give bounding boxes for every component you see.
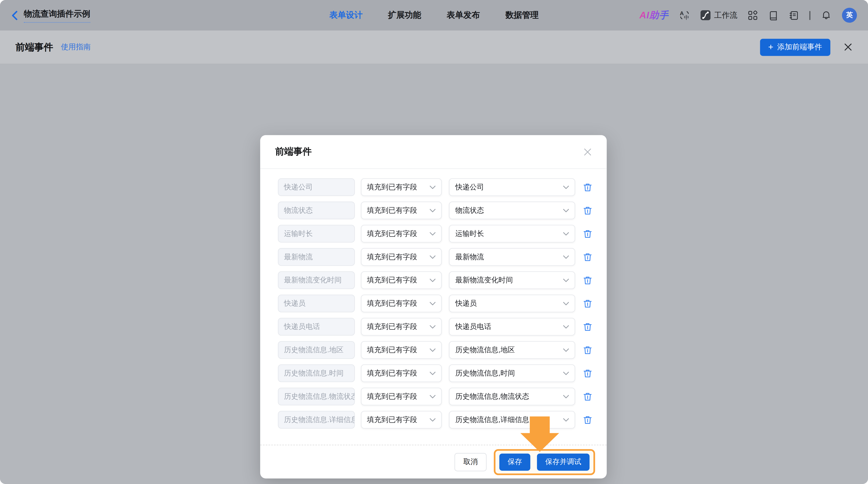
source-field-input[interactable]: 历史物流信息.详细信息: [278, 411, 355, 429]
fill-action-value: 填充到已有字段: [367, 229, 417, 239]
chevron-down-icon: [563, 209, 569, 212]
source-field-input[interactable]: 运输时长: [278, 225, 355, 242]
chevron-down-icon: [563, 418, 569, 422]
cancel-button[interactable]: 取消: [455, 453, 487, 471]
target-field-value: 历史物流信息,物流状态: [455, 391, 529, 401]
source-field-input[interactable]: 快递公司: [278, 178, 355, 196]
target-field-value: 历史物流信息,地区: [455, 345, 515, 355]
modal-close-icon[interactable]: [584, 148, 592, 156]
back-button[interactable]: [11, 10, 18, 20]
source-field-input[interactable]: 历史物流信息.地区: [278, 341, 355, 359]
delete-row-icon[interactable]: [583, 275, 592, 285]
tab-form-design[interactable]: 表单设计: [330, 10, 363, 21]
panel-close-icon[interactable]: [844, 42, 852, 52]
delete-row-icon[interactable]: [583, 345, 592, 355]
save-button[interactable]: 保存: [499, 453, 530, 471]
source-field-input[interactable]: 物流状态: [278, 202, 355, 219]
plus-icon: +: [768, 42, 773, 52]
target-field-select[interactable]: 快递公司: [449, 178, 575, 196]
target-field-select[interactable]: 最新物流: [449, 248, 575, 266]
frontend-events-modal: 前端事件 快递公司 填充到已有字段 快递公司: [260, 135, 607, 479]
add-button-label: 添加前端事件: [777, 42, 822, 52]
user-avatar[interactable]: 英: [842, 8, 857, 23]
translate-icon[interactable]: A 中: [679, 10, 690, 21]
top-navigation-bar: 物流查询插件示例 表单设计 扩展功能 表单发布 数据管理 AI助手 A 中: [0, 0, 868, 30]
fill-action-select[interactable]: 填充到已有字段: [361, 318, 442, 336]
page-title: 物流查询插件示例: [24, 8, 90, 23]
target-field-select[interactable]: 运输时长: [449, 225, 575, 242]
target-field-select[interactable]: 历史物流信息,物流状态: [449, 388, 575, 405]
workflow-icon: [700, 10, 711, 21]
fill-action-select[interactable]: 填充到已有字段: [361, 271, 442, 289]
save-and-debug-button[interactable]: 保存并调试: [537, 453, 590, 471]
delete-row-icon[interactable]: [583, 415, 592, 425]
delete-row-icon[interactable]: [583, 392, 592, 401]
notifications-bell-icon[interactable]: [821, 10, 831, 21]
form-list-icon[interactable]: [789, 10, 799, 20]
field-mapping-row: 历史物流信息.地区 填充到已有字段 历史物流信息,地区: [278, 341, 592, 359]
source-field-input[interactable]: 历史物流信息.物流状态: [278, 388, 355, 405]
source-field-input[interactable]: 历史物流信息.时间: [278, 364, 355, 382]
fill-action-select[interactable]: 填充到已有字段: [361, 202, 442, 219]
fill-action-select[interactable]: 填充到已有字段: [361, 364, 442, 382]
source-field-value: 历史物流信息.时间: [284, 369, 344, 377]
delete-row-icon[interactable]: [583, 322, 592, 331]
target-field-value: 物流状态: [455, 205, 484, 215]
target-field-select[interactable]: 最新物流变化时间: [449, 271, 575, 289]
source-field-value: 运输时长: [284, 229, 313, 238]
workflow-label: 工作流: [714, 10, 737, 20]
fill-action-value: 填充到已有字段: [367, 368, 417, 378]
field-mapping-row: 物流状态 填充到已有字段 物流状态: [278, 202, 592, 219]
tab-extensions[interactable]: 扩展功能: [388, 10, 421, 21]
chevron-down-icon: [563, 301, 569, 305]
handbook-icon[interactable]: [768, 10, 778, 20]
field-mapping-row: 快递员电话 填充到已有字段 快递员电话: [278, 318, 592, 336]
source-field-value: 历史物流信息.地区: [284, 345, 344, 354]
workflow-entry[interactable]: 工作流: [700, 10, 737, 21]
target-field-select[interactable]: 物流状态: [449, 202, 575, 219]
delete-row-icon[interactable]: [583, 369, 592, 378]
target-field-select[interactable]: 快递员: [449, 295, 575, 312]
target-field-select[interactable]: 快递员电话: [449, 318, 575, 336]
chevron-down-icon: [430, 185, 436, 189]
svg-text:A: A: [680, 10, 684, 17]
field-mapping-row: 历史物流信息.物流状态 填充到已有字段 历史物流信息,物流状态: [278, 388, 592, 405]
source-field-value: 最新物流变化时间: [284, 276, 342, 284]
source-field-input[interactable]: 快递员: [278, 295, 355, 312]
apps-grid-icon[interactable]: [748, 10, 758, 20]
ai-assistant-logo[interactable]: AI助手: [639, 9, 669, 22]
fill-action-select[interactable]: 填充到已有字段: [361, 341, 442, 359]
chevron-down-icon: [430, 395, 436, 399]
section-title: 前端事件: [16, 41, 53, 54]
target-field-value: 快递员: [455, 299, 477, 309]
highlight-arrow-down: [520, 417, 560, 452]
chevron-down-icon: [430, 325, 436, 329]
tab-data-management[interactable]: 数据管理: [505, 10, 538, 21]
tab-form-publish[interactable]: 表单发布: [447, 10, 480, 21]
chevron-down-icon: [563, 278, 569, 282]
delete-row-icon[interactable]: [583, 183, 592, 192]
chevron-down-icon: [430, 348, 436, 352]
target-field-value: 快递公司: [455, 182, 484, 192]
fill-action-select[interactable]: 填充到已有字段: [361, 225, 442, 242]
source-field-input[interactable]: 最新物流: [278, 248, 355, 266]
source-field-input[interactable]: 最新物流变化时间: [278, 271, 355, 289]
field-mapping-row: 运输时长 填充到已有字段 运输时长: [278, 225, 592, 242]
field-mapping-row: 最新物流变化时间 填充到已有字段 最新物流变化时间: [278, 271, 592, 289]
fill-action-select[interactable]: 填充到已有字段: [361, 248, 442, 266]
delete-row-icon[interactable]: [583, 206, 592, 215]
fill-action-select[interactable]: 填充到已有字段: [361, 295, 442, 312]
target-field-select[interactable]: 历史物流信息,地区: [449, 341, 575, 359]
add-frontend-event-button[interactable]: + 添加前端事件: [760, 38, 830, 56]
fill-action-select[interactable]: 填充到已有字段: [361, 388, 442, 405]
fill-action-value: 填充到已有字段: [367, 205, 417, 215]
source-field-input[interactable]: 快递员电话: [278, 318, 355, 336]
field-mapping-row: 最新物流 填充到已有字段 最新物流: [278, 248, 592, 266]
fill-action-select[interactable]: 填充到已有字段: [361, 178, 442, 196]
delete-row-icon[interactable]: [583, 229, 592, 239]
usage-guide-link[interactable]: 使用指南: [61, 42, 91, 52]
delete-row-icon[interactable]: [583, 299, 592, 308]
fill-action-select[interactable]: 填充到已有字段: [361, 411, 442, 429]
delete-row-icon[interactable]: [583, 252, 592, 262]
target-field-select[interactable]: 历史物流信息,时间: [449, 364, 575, 382]
